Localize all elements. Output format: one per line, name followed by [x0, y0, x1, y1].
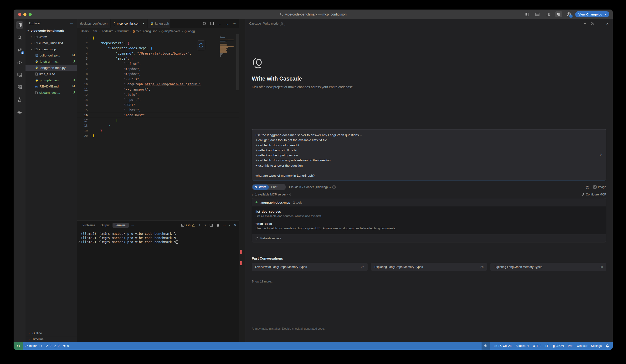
history-icon[interactable]	[591, 22, 594, 25]
show-more-link[interactable]: Show 18 more...	[252, 280, 274, 283]
more-actions-icon[interactable]: ⋯	[223, 223, 226, 227]
new-terminal-icon[interactable]: ＋	[198, 223, 201, 227]
tab-terminal[interactable]: Terminal	[113, 223, 128, 228]
go-back-icon[interactable]: ←	[218, 22, 222, 26]
breadcrumb-item[interactable]: {}mcpServers	[161, 30, 180, 33]
layout-panel-icon[interactable]	[534, 12, 540, 17]
ports-item[interactable]: 0	[63, 344, 69, 348]
extensions-icon[interactable]	[16, 83, 23, 91]
go-forward-icon[interactable]: →	[225, 22, 229, 26]
new-conversation-icon[interactable]: ＋	[583, 21, 587, 26]
eol[interactable]: LF	[546, 344, 549, 348]
panel-divider[interactable]	[239, 19, 245, 342]
attach-image-button[interactable]: Image	[593, 185, 606, 189]
more-actions-icon[interactable]: ⋯	[233, 22, 236, 26]
mention-icon[interactable]: @	[586, 185, 589, 189]
configure-mcp-button[interactable]: Configure MCP	[581, 193, 606, 196]
language-mode[interactable]: {} JSON	[553, 344, 564, 348]
breadcrumb-item[interactable]: Users	[81, 30, 89, 33]
bell-icon[interactable]	[606, 344, 609, 348]
past-conversation-card[interactable]: Exploring LangGraph Memory Types3h	[490, 263, 606, 271]
testing-icon[interactable]	[16, 96, 23, 103]
help-icon[interactable]: ?	[332, 185, 336, 189]
breadcrumb[interactable]: Users›rlm›.codeium›windsurf›{}mcp_config…	[77, 28, 239, 34]
tree-item[interactable]: M↓README.mdM	[26, 83, 77, 89]
sidebar-section-outline[interactable]: › Outline	[26, 330, 77, 336]
tree-item[interactable]: ›.venv	[26, 34, 77, 40]
remote-explorer-icon[interactable]	[16, 71, 23, 79]
tree-item[interactable]: langgraph-mcp.py	[26, 65, 77, 71]
windsurf-settings[interactable]: Windsurf - Settings	[576, 344, 602, 348]
encoding[interactable]: UTF-8	[533, 344, 541, 348]
refresh-servers-button[interactable]: Refresh servers	[252, 234, 606, 242]
split-terminal-icon[interactable]	[210, 224, 213, 227]
explorer-more-icon[interactable]: ⋯	[70, 21, 74, 25]
window-title-search[interactable]: vibe-code-benchmark — mcp_config.json	[280, 12, 347, 16]
tree-item[interactable]: prompt-chain...U	[26, 77, 77, 83]
account-icon[interactable]: 1	[567, 12, 571, 16]
tree-item[interactable]: build-tool.ipy...M	[26, 52, 77, 58]
close-panel-icon[interactable]: ✕	[234, 223, 236, 227]
past-conversation-card[interactable]: Overview of LangGraph Memory Types2h	[252, 263, 368, 271]
run-debug-icon[interactable]	[16, 58, 23, 66]
trash-icon[interactable]	[216, 224, 219, 227]
maximize-window-button[interactable]	[29, 13, 32, 16]
tab-desktop-config[interactable]: desktop_config.json	[77, 19, 111, 28]
breadcrumb-item[interactable]: {}mcp_config.json	[133, 30, 157, 33]
problems-item[interactable]: 0 0	[45, 344, 59, 348]
close-panel-icon[interactable]: ✕	[606, 22, 609, 26]
git-branch-item[interactable]: main*	[25, 344, 42, 348]
tab-output[interactable]: Output	[98, 223, 112, 228]
mode-chat-button[interactable]: Chat	[269, 185, 279, 189]
source-control-icon[interactable]: 5	[16, 46, 23, 54]
minimize-window-button[interactable]	[23, 13, 27, 16]
tree-item[interactable]: ›cursor_llmsfulltxt	[26, 40, 77, 46]
breadcrumb-item[interactable]: rlm	[93, 30, 97, 33]
split-editor-icon[interactable]	[210, 22, 214, 25]
sidebar-section-timeline[interactable]: › Timeline	[26, 336, 77, 342]
shell-indicator[interactable]: zsh	[181, 224, 195, 227]
cursor-position[interactable]: Ln 16, Col 28	[494, 344, 511, 348]
docker-icon[interactable]	[16, 108, 23, 116]
editor-scrollbar[interactable]	[236, 34, 239, 90]
close-window-button[interactable]	[18, 13, 21, 16]
close-icon[interactable]: ×	[143, 22, 145, 25]
breadcrumb-item[interactable]: windsurf	[117, 30, 129, 33]
tree-item[interactable]: sklearn_vect...U	[26, 89, 77, 96]
minimap[interactable]	[220, 37, 234, 57]
tab-mcp-config[interactable]: {} mcp_config.json ×	[111, 19, 148, 28]
view-changelog-button[interactable]: View Changelog ×	[575, 11, 609, 17]
cascade-prompt-input[interactable]: use the langgraph-docs-mcp server to ans…	[252, 129, 606, 180]
help-icon[interactable]: ?	[287, 193, 291, 196]
gear-icon[interactable]	[203, 22, 206, 25]
chevron-down-icon[interactable]: ∨	[252, 193, 253, 196]
close-icon[interactable]: ×	[604, 13, 606, 16]
plan-badge[interactable]: Pro	[568, 344, 572, 348]
tab-langgraph[interactable]: langgraph	[148, 19, 170, 28]
tree-item[interactable]: llms_full.txt	[26, 71, 77, 77]
terminal-output[interactable]: (llama2) rlm@rs-macbook-pro vibe-code-be…	[77, 230, 239, 244]
mcp-server-row[interactable]: langgraph-docs-mcp 2 tools	[252, 198, 606, 206]
panel-more-icon[interactable]: ⋯	[129, 223, 136, 227]
code-editor[interactable]: 1{2 "mcpServers": {3 "langgraph-docs-mcp…	[77, 34, 239, 220]
mcp-summary[interactable]: 1 available MCP server	[255, 193, 286, 196]
mode-write-button[interactable]: ✎ Write	[252, 185, 269, 190]
breadcrumb-item[interactable]: {}langg	[185, 30, 195, 33]
remote-indicator[interactable]: ><	[14, 342, 23, 350]
past-conversation-card[interactable]: Exploring LangGraph Memory Types2h	[371, 263, 487, 271]
layout-sidebar-icon[interactable]	[524, 12, 530, 17]
mode-more-icon[interactable]: ⋯	[279, 185, 285, 189]
inline-info-widget[interactable]: i	[197, 40, 205, 50]
chevron-up-icon[interactable]: ∧	[229, 224, 231, 226]
breadcrumb-item[interactable]: .codeium	[101, 30, 113, 33]
explorer-icon[interactable]	[16, 21, 23, 29]
model-selector[interactable]: Claude 3.7 Sonnet (Thinking) ∧ ?	[289, 185, 336, 189]
tab-problems[interactable]: Problems	[80, 223, 97, 228]
windsurf-icon[interactable]	[555, 11, 562, 17]
tree-root[interactable]: ∨ vibe-code-benchmark	[26, 27, 77, 34]
tree-item[interactable]: ›cursor_mcp	[26, 46, 77, 52]
indentation[interactable]: Spaces: 4	[516, 344, 529, 348]
tree-item[interactable]: fetch-url-mc...U	[26, 58, 77, 65]
layout-grid-icon[interactable]	[545, 12, 551, 17]
chevron-down-icon[interactable]: ∨	[204, 224, 206, 226]
